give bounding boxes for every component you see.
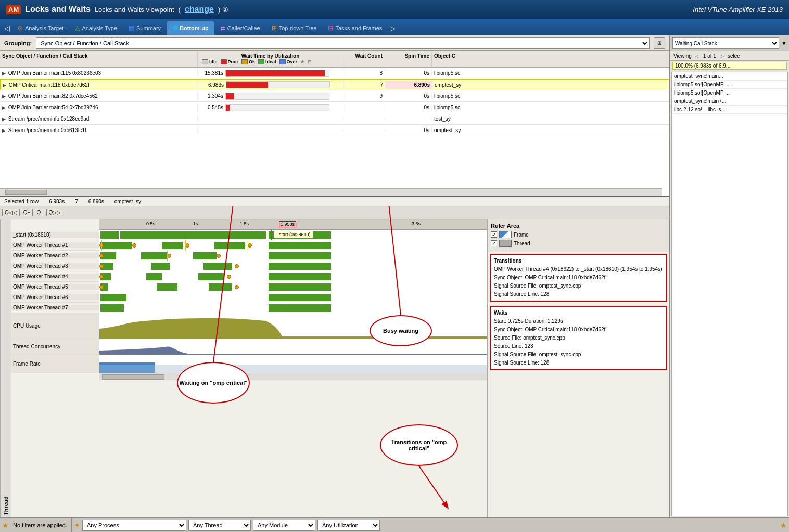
tab-caller-callee[interactable]: ⇄ Caller/Callee bbox=[215, 21, 265, 35]
cell-count-6 bbox=[343, 129, 385, 132]
change-viewpoint-link[interactable]: change bbox=[185, 5, 214, 14]
call-stack-item[interactable]: omptest_sync!main+... bbox=[672, 97, 787, 106]
table-header: Sync Object / Function / Call Stack Wait… bbox=[0, 51, 669, 68]
thread-vertical-label: Thread bbox=[0, 219, 11, 517]
viewing-next-btn[interactable]: ▷ bbox=[718, 53, 726, 59]
thread-timeline-4[interactable] bbox=[99, 271, 487, 282]
any-process-select[interactable]: Any Process bbox=[82, 520, 186, 531]
pin-icon[interactable]: ★ bbox=[300, 59, 304, 64]
tab-tasks-frames[interactable]: ⊟ Tasks and Frames bbox=[323, 21, 387, 35]
table-row[interactable]: ▶ OMP Join Barrier main:82 0x7dce4562 1.… bbox=[0, 90, 669, 102]
viewing-count: 1 of 1 bbox=[703, 53, 716, 59]
table-row[interactable]: ▶ OMP Join Barrier main:115 0x80236e03 1… bbox=[0, 68, 669, 79]
zoom-in-btn[interactable]: Q+ bbox=[21, 209, 33, 216]
svg-rect-1 bbox=[99, 365, 487, 373]
tab-analysis-type[interactable]: △ Analysis Type bbox=[70, 21, 122, 35]
row6-name: Stream /proc/meminfo 0xb613fc1f bbox=[8, 127, 86, 133]
table-row[interactable]: ▶ OMP Critical main:118 0xbde7d62f 6.983… bbox=[0, 79, 669, 90]
grouping-select[interactable]: Sync Object / Function / Call Stack bbox=[36, 37, 650, 49]
col-header-wait: Wait Time by Utilization Idle Poor Ok bbox=[198, 52, 343, 66]
thread-timeline-1[interactable] bbox=[99, 240, 487, 251]
tab-bar: ◁ ⊙ Analysis Target △ Analysis Type ▦ Su… bbox=[0, 19, 789, 35]
timeline-toolbar: Q◁◁ Q+ Q- Q▷▷ bbox=[0, 206, 669, 219]
star-icon[interactable]: ★ bbox=[2, 521, 9, 529]
tab-bottom-up[interactable]: ⟲ Bottom-up bbox=[167, 21, 214, 35]
call-stack-item[interactable]: libc-2.12.so!__libc_s... bbox=[672, 106, 787, 114]
filter-star-icon[interactable]: ✦ bbox=[74, 521, 80, 529]
expand-icon[interactable]: ⊡ bbox=[308, 59, 312, 64]
frame-rate-label: Frame Rate bbox=[11, 355, 99, 372]
grouping-bar: Grouping: Sync Object / Function / Call … bbox=[0, 35, 669, 51]
thread-timeline-start[interactable]: _start (0x28610) bbox=[99, 230, 487, 240]
zoom-out-btn[interactable]: Q- bbox=[34, 209, 45, 216]
any-utilization-select[interactable]: Any Utilization bbox=[317, 520, 380, 531]
cpu-chart-svg bbox=[99, 313, 487, 339]
right-panel-dropdown-btn[interactable]: ▼ bbox=[781, 40, 787, 46]
horizontal-scrollbar[interactable] bbox=[0, 188, 662, 196]
waits-line1: Start: 0.725s Duration: 1.229s bbox=[494, 317, 663, 326]
tab-next-btn[interactable]: ▷ bbox=[388, 24, 398, 32]
thread-bar bbox=[100, 242, 132, 249]
col-header-count: Wait Count bbox=[343, 52, 385, 66]
cell-count-2: 7 bbox=[344, 81, 386, 89]
legend-poor: Poor bbox=[221, 59, 239, 64]
table-row[interactable]: ▶ Stream /proc/meminfo 0xb613fc1f 0s omp… bbox=[0, 125, 669, 136]
thread-color-swatch bbox=[499, 240, 512, 247]
row2-wait-bar bbox=[226, 81, 330, 88]
thread-timeline-2[interactable] bbox=[99, 251, 487, 261]
expand-arrow-6[interactable]: ▶ bbox=[2, 128, 6, 133]
tab-analysis-target[interactable]: ⊙ Analysis Target bbox=[12, 21, 69, 35]
footer-obj: omptest_sy bbox=[114, 199, 141, 204]
frame-rate-chart-svg bbox=[99, 355, 487, 373]
call-stack-item[interactable]: libiomp5.so![OpenMP ... bbox=[672, 81, 787, 89]
expand-arrow-3[interactable]: ▶ bbox=[2, 94, 6, 99]
thread-label-3: OMP Worker Thread #3 bbox=[11, 263, 99, 269]
vertical-line bbox=[167, 251, 168, 261]
row2-name: OMP Critical main:118 0xbde7d62f bbox=[9, 82, 90, 88]
grouping-options-btn[interactable]: ⊞ bbox=[654, 37, 665, 49]
cell-sync-2: ▶ OMP Critical main:118 0xbde7d62f bbox=[1, 81, 198, 89]
ruler-area-title: Ruler Area bbox=[491, 223, 666, 229]
table-area: Sync Object / Function / Call Stack Wait… bbox=[0, 51, 669, 197]
expand-arrow-5[interactable]: ▶ bbox=[2, 116, 6, 122]
transitions-title: Transitions bbox=[494, 257, 663, 265]
thread-checkbox[interactable]: ✓ bbox=[491, 240, 497, 246]
any-module-select[interactable]: Any Module bbox=[253, 520, 315, 531]
any-thread-select[interactable]: Any Thread bbox=[188, 520, 251, 531]
thread-timeline-5[interactable] bbox=[99, 282, 487, 292]
thread-dot bbox=[99, 264, 104, 268]
target-icon: ⊙ bbox=[18, 24, 23, 32]
call-stack-list: omptest_sync!main... libiomp5.so![OpenMP… bbox=[671, 72, 788, 516]
tab-top-down[interactable]: ⊞ Top-down Tree bbox=[266, 21, 322, 35]
frame-checkbox[interactable]: ✓ bbox=[491, 231, 497, 238]
thread-dot bbox=[132, 243, 136, 248]
scrollbar-thumb[interactable] bbox=[5, 190, 47, 195]
waits-title: Waits bbox=[494, 309, 663, 317]
table-row[interactable]: ▶ OMP Join Barrier main:54 0x7bd39746 0.… bbox=[0, 102, 669, 113]
col-header-spin: Spin Time bbox=[385, 52, 432, 66]
call-stack-item[interactable]: omptest_sync!main... bbox=[672, 72, 787, 81]
tab-summary[interactable]: ▦ Summary bbox=[123, 21, 166, 35]
zoom-in-far-btn[interactable]: Q▷▷ bbox=[46, 209, 64, 216]
end-star-icon[interactable]: ★ bbox=[780, 521, 787, 529]
thread-label-4: OMP Worker Thread #4 bbox=[11, 274, 99, 279]
thread-row: OMP Worker Thread #1 bbox=[11, 240, 487, 251]
table-row[interactable]: ▶ Stream /proc/meminfo 0x128ce9ad test_s… bbox=[0, 113, 669, 125]
call-stack-type-select[interactable]: Waiting Call Stack bbox=[672, 37, 779, 49]
tab-prev-btn[interactable]: ◁ bbox=[2, 24, 12, 32]
timeline-scrollbar-thumb[interactable] bbox=[102, 374, 164, 380]
expand-arrow-4[interactable]: ▶ bbox=[2, 105, 6, 110]
zoom-out-far-btn[interactable]: Q◁◁ bbox=[2, 209, 20, 216]
cell-spin-5 bbox=[385, 118, 432, 120]
thread-bar bbox=[198, 273, 224, 280]
viewing-prev-btn[interactable]: ◁ bbox=[694, 53, 701, 59]
cell-spin-3: 0s bbox=[385, 92, 432, 100]
expand-arrow-2[interactable]: ▶ bbox=[3, 83, 6, 88]
timeline-scrollbar[interactable] bbox=[99, 373, 487, 380]
call-stack-item[interactable]: libiomp5.so![OpenMP ... bbox=[672, 89, 787, 97]
thread-timeline-3[interactable] bbox=[99, 261, 487, 271]
thread-timeline-7[interactable] bbox=[99, 303, 487, 313]
expand-arrow-1[interactable]: ▶ bbox=[2, 71, 6, 76]
thread-bar bbox=[146, 273, 162, 280]
thread-timeline-6[interactable] bbox=[99, 292, 487, 303]
